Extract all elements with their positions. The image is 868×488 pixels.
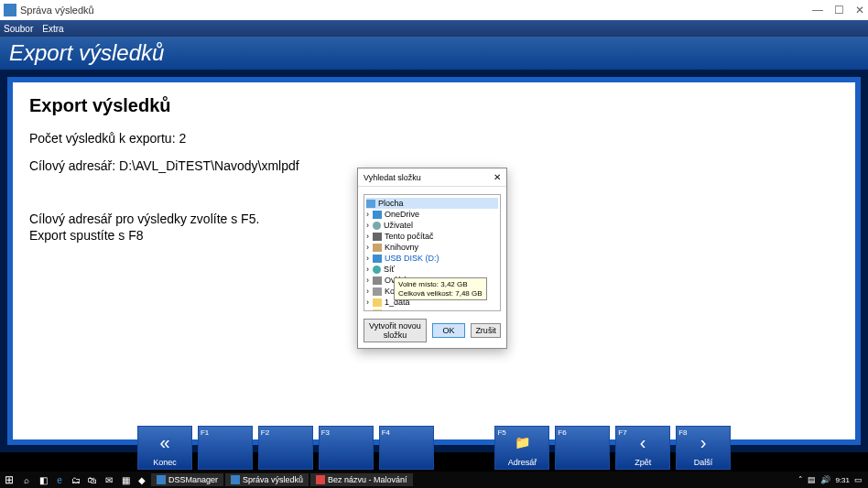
- app-icon: [4, 4, 16, 16]
- dialog-buttons: Vytvořit novou složku OK Zrušit: [363, 319, 501, 342]
- window-titlebar: Správa výsledků — ☐ ✕: [0, 0, 868, 20]
- dialog-title: Vyhledat složku: [363, 173, 421, 182]
- page-header: Export výsledků: [0, 37, 868, 70]
- fkey-f3[interactable]: F3: [319, 426, 374, 470]
- usb-drive-icon: [373, 255, 382, 263]
- network-icon: [373, 266, 381, 274]
- network-icon[interactable]: ▤: [808, 475, 816, 484]
- close-button[interactable]: ✕: [855, 4, 864, 16]
- heading: Export výsledků: [29, 95, 839, 116]
- page-title: Export výsledků: [9, 40, 164, 65]
- fkey-f7[interactable]: F7 ‹ Zpět: [615, 426, 670, 470]
- pinned-icon[interactable]: ▦: [117, 475, 134, 485]
- menubar: Soubor Extra: [0, 20, 868, 37]
- chevrons-left-icon: «: [138, 427, 191, 458]
- fkey-label: Adresář: [495, 458, 548, 469]
- taskbar-app[interactable]: Správa výsledků: [225, 473, 309, 486]
- minimize-button[interactable]: —: [812, 4, 823, 16]
- cancel-button[interactable]: Zrušit: [471, 323, 501, 338]
- menu-extra[interactable]: Extra: [42, 24, 63, 34]
- drive-tooltip: Volné místo: 3,42 GB Celková velikost: 7…: [394, 277, 487, 300]
- fkey-end[interactable]: « Konec: [137, 426, 192, 470]
- taskbar-app[interactable]: DSSManager: [151, 473, 223, 486]
- desktop-icon: [366, 200, 375, 208]
- menu-soubor[interactable]: Soubor: [4, 24, 33, 34]
- tree-node-user[interactable]: ›Uživatel: [366, 220, 498, 231]
- system-tray: ˄ ▤ 🔊 9:31 ▭: [798, 475, 868, 484]
- fkey-label: Zpět: [616, 458, 669, 469]
- store-icon[interactable]: 🛍: [84, 475, 101, 485]
- fkey-label: Konec: [138, 458, 191, 469]
- count-line: Počet výsledků k exportu: 2: [29, 131, 839, 146]
- task-view-icon[interactable]: ◧: [35, 475, 51, 485]
- volume-icon[interactable]: 🔊: [820, 475, 830, 484]
- fkey-f8[interactable]: F8 › Další: [676, 426, 731, 470]
- control-panel-icon: [373, 277, 382, 285]
- start-button[interactable]: ⊞: [0, 473, 18, 486]
- app-icon: [231, 475, 240, 484]
- edge-icon[interactable]: e: [51, 475, 68, 485]
- fkey-f6[interactable]: F6: [555, 426, 610, 470]
- clock[interactable]: 9:31: [835, 476, 850, 484]
- tree-node-network[interactable]: ›Síť: [366, 264, 498, 275]
- dialog-body: Plocha ›OneDrive ›Uživatel ›Tento počíta…: [358, 187, 506, 348]
- window-title: Správa výsledků: [20, 5, 94, 16]
- taskbar: ⊞ ⌕ ◧ e 🗂 🛍 ✉ ▦ ◆ DSSManager Správa výsl…: [0, 472, 868, 488]
- window-controls: — ☐ ✕: [812, 4, 864, 16]
- fkey-f2[interactable]: F2: [258, 426, 313, 470]
- tree-node-onedrive[interactable]: ›OneDrive: [366, 209, 498, 220]
- fkey-f1[interactable]: F1: [198, 426, 253, 470]
- tree-node-libraries[interactable]: ›Knihovny: [366, 242, 498, 253]
- cloud-icon: [373, 211, 382, 219]
- folder-browse-dialog: Vyhledat složku ✕ Plocha ›OneDrive ›Uživ…: [357, 168, 507, 349]
- taskbar-app[interactable]: Bez názvu - Malování: [310, 473, 413, 486]
- ok-button[interactable]: OK: [432, 323, 465, 338]
- app-icon: [157, 475, 166, 484]
- tree-node-usb[interactable]: ›USB DISK (D:): [366, 253, 498, 264]
- folder-tree[interactable]: Plocha ›OneDrive ›Uživatel ›Tento počíta…: [363, 194, 501, 311]
- tray-chevron-icon[interactable]: ˄: [798, 475, 803, 484]
- fkey-f5[interactable]: F5 📁 Adresář: [494, 426, 549, 470]
- search-icon[interactable]: ⌕: [18, 475, 35, 485]
- dialog-titlebar: Vyhledat složku ✕: [358, 168, 506, 187]
- dialog-close-button[interactable]: ✕: [494, 172, 501, 182]
- tree-node-thispc[interactable]: ›Tento počítač: [366, 231, 498, 242]
- create-folder-button[interactable]: Vytvořit novou složku: [363, 319, 427, 342]
- fkey-label: Další: [677, 458, 730, 469]
- maximize-button[interactable]: ☐: [834, 4, 844, 16]
- recycle-bin-icon: [373, 287, 382, 296]
- computer-icon: [373, 233, 382, 241]
- paint-icon: [316, 475, 325, 484]
- explorer-icon[interactable]: 🗂: [68, 475, 84, 485]
- folder-icon: [373, 309, 382, 312]
- folder-icon: [373, 298, 382, 307]
- notifications-icon[interactable]: ▭: [854, 475, 863, 484]
- tree-node-folder[interactable]: ›20161109: [366, 308, 498, 311]
- pinned-icon[interactable]: ◆: [134, 475, 150, 485]
- function-keys: « Konec F1 F2 F3 F4 F5 📁 Adresář F6 F7 ‹…: [0, 424, 868, 472]
- mail-icon[interactable]: ✉: [101, 475, 117, 485]
- libraries-icon: [373, 244, 382, 252]
- user-icon: [373, 222, 381, 230]
- tree-node-desktop[interactable]: Plocha: [366, 198, 498, 209]
- fkey-f4[interactable]: F4: [379, 426, 434, 470]
